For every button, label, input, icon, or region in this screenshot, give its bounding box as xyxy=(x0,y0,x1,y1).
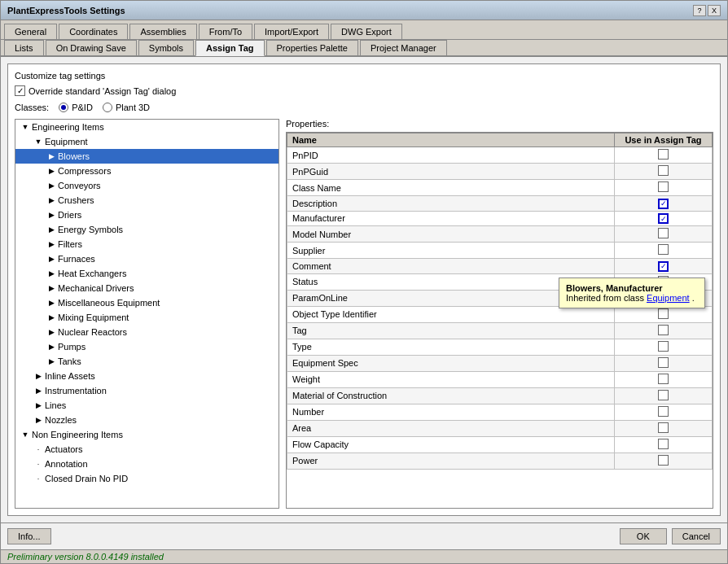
tab-lists[interactable]: Lists xyxy=(4,40,44,55)
prop-checkbox[interactable] xyxy=(658,244,669,255)
tab-general[interactable]: General xyxy=(4,24,57,39)
expand-compressors-icon[interactable]: ▶ xyxy=(45,164,58,177)
prop-checkbox[interactable] xyxy=(658,374,669,384)
prop-checkbox[interactable] xyxy=(658,390,669,400)
tree-item-lines[interactable]: ▶ Lines xyxy=(15,398,278,413)
prop-checkbox[interactable] xyxy=(658,308,669,319)
expand-equipment-icon[interactable]: ▼ xyxy=(32,135,45,148)
tab-assign-tag[interactable]: Assign Tag xyxy=(195,40,264,56)
tree-label-energy-symbols: Energy Symbols xyxy=(58,225,123,234)
prop-checkbox[interactable] xyxy=(658,325,669,335)
tree-item-annotation[interactable]: · Annotation xyxy=(15,457,278,471)
prop-checkbox[interactable] xyxy=(658,455,669,466)
tree-item-heat-exchangers[interactable]: ▶ Heat Exchangers xyxy=(15,266,278,281)
tree-item-mixing[interactable]: ▶ Mixing Equipment xyxy=(15,310,278,325)
tree-item-crushers[interactable]: ▶ Crushers xyxy=(15,193,278,208)
tree-item-engineering[interactable]: ▼ Engineering Items xyxy=(15,120,278,134)
tab-symbols[interactable]: Symbols xyxy=(138,40,194,55)
prop-checkbox[interactable] xyxy=(658,165,669,176)
tab-assemblies[interactable]: Assemblies xyxy=(129,24,196,39)
expand-engineering-icon[interactable]: ▼ xyxy=(19,120,32,133)
expand-conveyors-icon[interactable]: ▶ xyxy=(45,179,58,192)
tree-item-conveyors[interactable]: ▶ Conveyors xyxy=(15,178,278,193)
prop-checkbox[interactable] xyxy=(658,228,669,238)
tab-coordinates[interactable]: Coordinates xyxy=(59,24,128,39)
expand-instrumentation-icon[interactable]: ▶ xyxy=(32,384,45,397)
prop-name-cell: PnPID xyxy=(287,147,615,164)
tree-item-tanks[interactable]: ▶ Tanks xyxy=(15,354,278,369)
prop-checkbox[interactable] xyxy=(658,422,669,433)
tree-item-actuators[interactable]: · Actuators xyxy=(15,442,278,457)
tree-item-furnaces[interactable]: ▶ Furnaces xyxy=(15,251,278,266)
tree-item-nozzles[interactable]: ▶ Nozzles xyxy=(15,413,278,427)
prop-checkbox[interactable] xyxy=(658,199,669,209)
expand-misc-icon[interactable]: ▶ xyxy=(45,296,58,309)
prop-checkbox[interactable] xyxy=(658,341,669,352)
expand-tanks-icon[interactable]: ▶ xyxy=(45,355,58,368)
help-button[interactable]: ? xyxy=(693,5,706,16)
expand-filters-icon[interactable]: ▶ xyxy=(45,238,58,251)
tab-on-drawing-save[interactable]: On Drawing Save xyxy=(46,40,137,55)
tab-properties-palette[interactable]: Properties Palette xyxy=(266,40,358,55)
tooltip-text: Inherited from class xyxy=(566,293,647,303)
cancel-button[interactable]: Cancel xyxy=(672,528,721,544)
expand-actuators-icon[interactable]: · xyxy=(32,443,45,456)
expand-mechanical-icon[interactable]: ▶ xyxy=(45,282,58,295)
tree-item-miscellaneous[interactable]: ▶ Miscellaneous Equipment xyxy=(15,295,278,310)
radio-plant3d-button[interactable] xyxy=(103,103,112,112)
expand-driers-icon[interactable]: ▶ xyxy=(45,208,58,221)
prop-checkbox[interactable] xyxy=(658,439,669,449)
expand-lines-icon[interactable]: ▶ xyxy=(32,399,45,412)
tree-item-closed-drain[interactable]: · Closed Drain No PID xyxy=(15,471,278,486)
tab-from-to[interactable]: From/To xyxy=(199,24,252,39)
expand-nuclear-icon[interactable]: ▶ xyxy=(45,326,58,339)
expand-furnaces-icon[interactable]: ▶ xyxy=(45,252,58,265)
radio-pid-button[interactable] xyxy=(59,103,68,112)
prop-checkbox-cell xyxy=(615,387,713,404)
tree-item-mechanical-drivers[interactable]: ▶ Mechanical Drivers xyxy=(15,281,278,295)
expand-nozzles-icon[interactable]: ▶ xyxy=(32,413,45,426)
tree-panel[interactable]: ▼ Engineering Items ▼ Equipment ▶ Blower… xyxy=(15,119,279,509)
prop-checkbox[interactable] xyxy=(658,406,669,417)
expand-mixing-icon[interactable]: ▶ xyxy=(45,311,58,324)
expand-heat-icon[interactable]: ▶ xyxy=(45,267,58,280)
expand-crushers-icon[interactable]: ▶ xyxy=(45,194,58,207)
radio-plant3d[interactable]: Plant 3D xyxy=(103,103,150,112)
prop-checkbox[interactable] xyxy=(658,149,669,160)
tree-item-blowers[interactable]: ▶ Blowers xyxy=(15,149,278,164)
override-checkbox[interactable] xyxy=(15,85,25,96)
tab-project-manager[interactable]: Project Manager xyxy=(360,40,447,55)
tree-item-pumps[interactable]: ▶ Pumps xyxy=(15,339,278,354)
close-button[interactable]: X xyxy=(708,5,721,16)
expand-non-engineering-icon[interactable]: ▼ xyxy=(19,428,32,441)
prop-checkbox[interactable] xyxy=(658,357,669,368)
prop-checkbox-cell xyxy=(615,147,713,164)
tree-item-equipment[interactable]: ▼ Equipment xyxy=(15,134,278,149)
expand-inline-icon[interactable]: ▶ xyxy=(32,369,45,383)
expand-annotation-icon[interactable]: · xyxy=(32,457,45,470)
info-button[interactable]: Info... xyxy=(7,528,51,544)
expand-pumps-icon[interactable]: ▶ xyxy=(45,340,58,353)
tree-item-compressors[interactable]: ▶ Compressors xyxy=(15,164,278,178)
tree-item-driers[interactable]: ▶ Driers xyxy=(15,208,278,222)
tree-item-filters[interactable]: ▶ Filters xyxy=(15,237,278,251)
table-row: Tag xyxy=(287,322,713,339)
radio-pid[interactable]: P&ID xyxy=(59,103,93,112)
tree-label-driers: Driers xyxy=(58,210,81,220)
expand-energy-icon[interactable]: ▶ xyxy=(45,223,58,236)
tree-item-inline-assets[interactable]: ▶ Inline Assets xyxy=(15,369,278,383)
tooltip-link[interactable]: Equipment xyxy=(647,293,690,303)
tree-item-instrumentation[interactable]: ▶ Instrumentation xyxy=(15,383,278,398)
tab-import-export[interactable]: Import/Export xyxy=(254,24,329,39)
expand-blowers-icon[interactable]: ▶ xyxy=(45,150,58,163)
prop-checkbox[interactable] xyxy=(658,261,669,272)
expand-closed-drain-icon[interactable]: · xyxy=(32,472,45,485)
tree-item-non-engineering[interactable]: ▼ Non Engineering Items xyxy=(15,427,278,442)
tree-item-energy-symbols[interactable]: ▶ Energy Symbols xyxy=(15,222,278,237)
tree-item-nuclear[interactable]: ▶ Nuclear Reactors xyxy=(15,325,278,339)
prop-checkbox[interactable] xyxy=(658,213,669,224)
table-row: Area xyxy=(287,420,713,436)
tab-dwg-export[interactable]: DWG Export xyxy=(331,24,402,39)
ok-button[interactable]: OK xyxy=(620,528,667,544)
prop-checkbox[interactable] xyxy=(658,181,669,192)
